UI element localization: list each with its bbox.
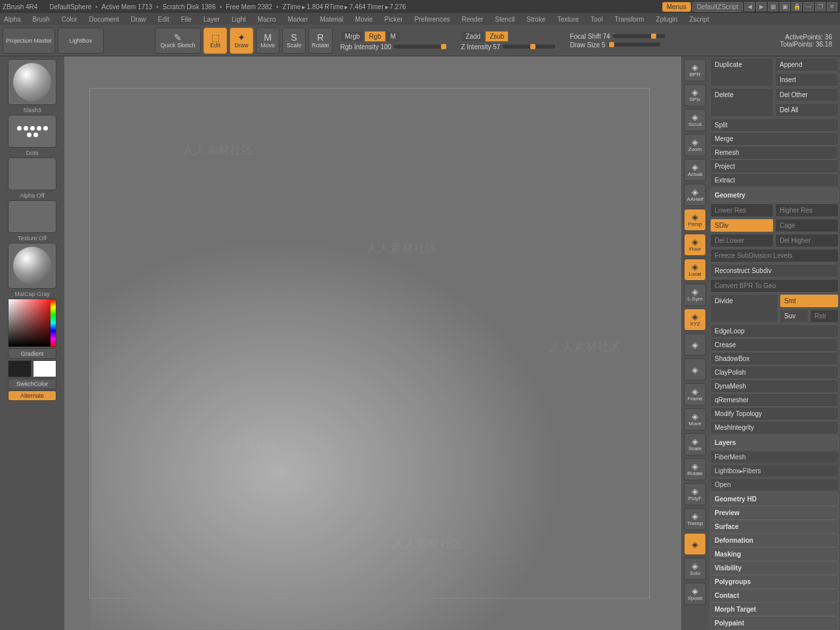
duplicate-button[interactable]: Duplicate <box>710 58 774 87</box>
menus-button[interactable]: Menus <box>662 2 691 12</box>
right-icon-Scroll[interactable]: ◈Scroll <box>684 109 706 131</box>
menu-render[interactable]: Render <box>462 16 484 23</box>
right-icon-BPR[interactable]: ◈BPR <box>684 59 706 81</box>
delete-button[interactable]: Delete <box>710 88 774 117</box>
geom-qremesher[interactable]: qRemesher <box>710 393 839 407</box>
right-icon-19[interactable]: ◈ <box>684 533 706 555</box>
right-icon-11[interactable]: ◈ <box>684 333 706 356</box>
menu-stencil[interactable]: Stencil <box>495 16 514 23</box>
quick-sketch-button[interactable]: ✎Quick Sketch <box>155 28 201 54</box>
menu-alpha[interactable]: Alpha <box>4 16 21 23</box>
right-icon-Xpose[interactable]: ◈Xpose <box>684 583 706 605</box>
arrow-right-icon[interactable]: ▶ <box>756 2 766 11</box>
viewport[interactable]: 人人素材社区 人人素材社区 人人素材社区 人人素材社区 人人素材社区 <box>64 56 681 630</box>
right-icon-L.Sym[interactable]: ◈L.Sym <box>684 284 706 306</box>
menu-movie[interactable]: Movie <box>355 16 373 23</box>
menu-color[interactable]: Color <box>62 16 77 23</box>
right-icon-Transp[interactable]: ◈Transp <box>684 508 706 530</box>
geom-meshintegrity[interactable]: MeshIntegrity <box>710 421 839 434</box>
geom-dynamesh[interactable]: DynaMesh <box>710 379 839 393</box>
menu-stroke[interactable]: Stroke <box>526 16 545 23</box>
focal-shift-slider[interactable] <box>613 34 665 38</box>
move-button[interactable]: MMove <box>256 28 280 54</box>
menu-edit[interactable]: Edit <box>158 16 169 23</box>
menu-macro[interactable]: Macro <box>258 16 276 23</box>
menu-material[interactable]: Material <box>320 16 344 23</box>
rotate-button[interactable]: RRotate <box>308 28 333 54</box>
section-surface[interactable]: Surface <box>710 520 839 534</box>
right-icon-PolyF[interactable]: ◈PolyF <box>684 483 706 505</box>
insert-button[interactable]: Insert <box>775 73 839 87</box>
right-icon-XYZ[interactable]: ◈XYZ <box>684 308 706 331</box>
right-icon-Move[interactable]: ◈Move <box>684 408 706 430</box>
section-morph-target[interactable]: Morph Target <box>710 602 839 616</box>
geom-claypolish[interactable]: ClayPolish <box>710 366 839 379</box>
menu-texture[interactable]: Texture <box>557 16 579 23</box>
menu-tool[interactable]: Tool <box>591 16 602 23</box>
texture-swatch[interactable] <box>8 200 56 233</box>
z-intensity-slider[interactable] <box>503 45 555 49</box>
op-remesh[interactable]: Remesh <box>710 146 839 159</box>
right-icon-Actual[interactable]: ◈Actual <box>684 159 706 181</box>
menu-preferences[interactable]: Preferences <box>415 16 450 23</box>
right-icon-Floor[interactable]: ◈Floor <box>684 234 706 256</box>
color-picker[interactable] <box>8 299 56 347</box>
right-icon-SPix[interactable]: ◈SPix <box>684 84 706 106</box>
menu-document[interactable]: Document <box>89 16 119 23</box>
append-button[interactable]: Append <box>775 58 839 72</box>
section-polygroups[interactable]: Polygroups <box>710 575 839 589</box>
section-masking[interactable]: Masking <box>710 547 839 561</box>
section-preview[interactable]: Preview <box>710 506 839 520</box>
menu-picker[interactable]: Picker <box>385 16 403 23</box>
switchcolor-button[interactable]: SwitchColor <box>8 379 56 389</box>
geom-edgeloop[interactable]: EdgeLoop <box>710 324 839 338</box>
layers-header[interactable]: Layers <box>710 436 839 450</box>
layout-icon[interactable]: ▦ <box>768 2 778 11</box>
rgb-intensity-slider[interactable] <box>394 45 446 49</box>
section-visibility[interactable]: Visibility <box>710 561 839 575</box>
projection-master-button[interactable]: Projection Master <box>3 28 55 54</box>
section-polypaint[interactable]: Polypaint <box>710 616 839 630</box>
menu-light[interactable]: Light <box>232 16 246 23</box>
del-other-button[interactable]: Del Other <box>775 88 839 102</box>
scale-button[interactable]: SScale <box>282 28 306 54</box>
menu-file[interactable]: File <box>181 16 192 23</box>
geom-crease[interactable]: Crease <box>710 338 839 352</box>
menu-marker[interactable]: Marker <box>287 16 308 23</box>
draw-size-slider[interactable] <box>608 43 660 47</box>
edit-button[interactable]: ⬚Edit <box>203 28 227 54</box>
op-split[interactable]: Split <box>710 118 839 132</box>
reconstruct-subdiv[interactable]: Reconstruct Subdiv <box>710 264 839 278</box>
right-icon-Frame[interactable]: ◈Frame <box>684 383 706 406</box>
geom-modify-topology[interactable]: Modify Topology <box>710 407 839 421</box>
geometry-header[interactable]: Geometry <box>710 188 839 202</box>
right-icon-Rotate[interactable]: ◈Rotate <box>684 458 706 480</box>
menu-transform[interactable]: Transform <box>614 16 644 23</box>
arrow-left-icon[interactable]: ◀ <box>744 2 755 11</box>
menu-draw[interactable]: Draw <box>131 16 146 23</box>
layout2-icon[interactable]: ▣ <box>780 2 790 11</box>
draw-button[interactable]: ✦Draw <box>230 28 253 54</box>
menu-layer[interactable]: Layer <box>203 16 220 23</box>
section-deformation[interactable]: Deformation <box>710 534 839 547</box>
default-zscript[interactable]: DefaultZScript <box>692 2 743 12</box>
lightbox-button[interactable]: LightBox <box>58 28 104 54</box>
material-swatch[interactable] <box>8 243 56 289</box>
right-icon-Scale[interactable]: ◈Scale <box>684 433 706 455</box>
minimize-icon[interactable]: — <box>803 2 814 11</box>
gradient-button[interactable]: Gradient <box>8 348 56 359</box>
close-icon[interactable]: ✕ <box>827 2 837 11</box>
right-icon-AAHalf[interactable]: ◈AAHalf <box>684 184 706 206</box>
right-icon-Local[interactable]: ◈Local <box>684 259 706 281</box>
right-icon-Solo[interactable]: ◈Solo <box>684 558 706 580</box>
right-icon-Zoom[interactable]: ◈Zoom <box>684 134 706 156</box>
geom-shadowbox[interactable]: ShadowBox <box>710 352 839 366</box>
menu-zplugin[interactable]: Zplugin <box>656 16 678 23</box>
restore-icon[interactable]: ❐ <box>815 2 826 11</box>
op-extract[interactable]: Extract <box>710 173 839 187</box>
right-icon-Persp[interactable]: ◈Persp <box>684 209 706 231</box>
section-contact[interactable]: Contact <box>710 589 839 602</box>
op-project[interactable]: Project <box>710 159 839 173</box>
del-all-button[interactable]: Del All <box>775 103 839 117</box>
menu-zscript[interactable]: Zscript <box>689 16 709 23</box>
